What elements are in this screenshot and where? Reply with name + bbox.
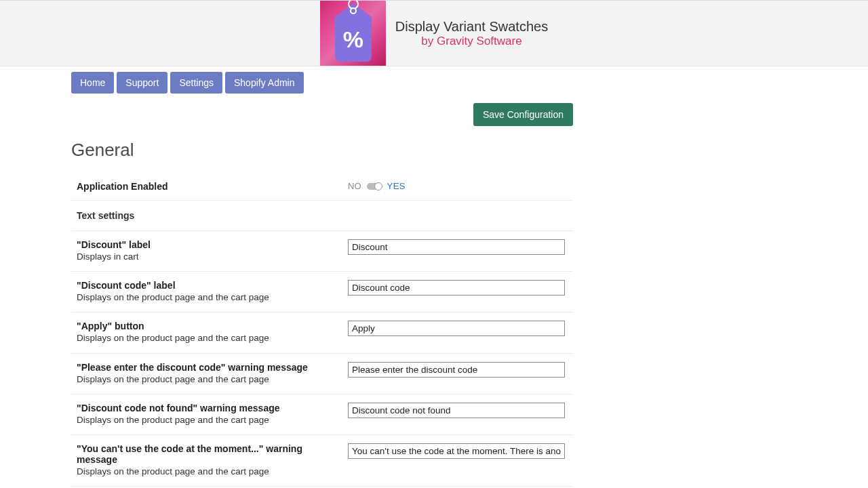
field-title: "Please enter the discount code" warning… [77, 362, 334, 373]
field-input[interactable] [348, 239, 565, 255]
percent-icon: % [335, 17, 372, 62]
field-title: "Discount code" label [77, 280, 334, 291]
field-description: Displays on the product page and the car… [77, 373, 334, 386]
field-title: "Apply" button [77, 321, 334, 331]
app-byline: by Gravity Software [395, 35, 548, 48]
text-setting-row: "Discount code not found" warning messag… [71, 394, 573, 435]
field-title: "Discount code not found" warning messag… [77, 403, 334, 413]
app-logo: % [320, 1, 386, 66]
field-description: Displays on the product page and the car… [77, 414, 334, 426]
nav-support-button[interactable]: Support [117, 72, 167, 94]
app-title: Display Variant Swatches [395, 19, 548, 35]
app-header: % Display Variant Swatches by Gravity So… [0, 0, 868, 66]
application-enabled-row: Application Enabled NO YES [71, 173, 573, 201]
navbar: Home Support Settings Shopify Admin [71, 66, 573, 99]
tag-hole-icon [350, 7, 357, 14]
toggle-yes-label: YES [387, 181, 406, 191]
text-setting-row: "Discount code" labelDisplays on the pro… [71, 272, 573, 312]
text-setting-row: "You can't use the code at the moment...… [71, 435, 573, 487]
text-setting-row: "Discount" labelDisplays in cart [71, 231, 573, 272]
save-configuration-button[interactable]: Save Configuration [473, 103, 573, 126]
text-setting-row: "Apply" buttonDisplays on the product pa… [71, 312, 573, 353]
field-title: "You can't use the code at the moment...… [77, 443, 334, 465]
field-title: "Discount" label [77, 239, 334, 250]
text-settings-header: Text settings [77, 210, 573, 221]
field-input[interactable] [348, 280, 565, 296]
text-setting-row: "Please enter the discount code" warning… [71, 354, 573, 394]
application-enabled-label: Application Enabled [77, 181, 334, 192]
field-input[interactable] [348, 403, 565, 418]
field-description: Displays on the product page and the car… [77, 466, 334, 478]
nav-home-button[interactable]: Home [71, 72, 114, 94]
field-input[interactable] [348, 321, 565, 336]
field-input[interactable] [348, 362, 565, 378]
section-title: General [71, 140, 573, 161]
text-settings-header-row: Text settings [71, 201, 573, 231]
field-input[interactable] [348, 443, 565, 459]
field-description: Displays on the product page and the car… [77, 291, 334, 304]
nav-settings-button[interactable]: Settings [170, 72, 222, 94]
toggle-no-label: NO [348, 181, 361, 191]
app-enabled-toggle[interactable] [367, 183, 382, 190]
field-description: Displays on the product page and the car… [77, 332, 334, 344]
field-description: Displays in cart [77, 251, 334, 263]
nav-shopify-admin-button[interactable]: Shopify Admin [225, 72, 304, 94]
toggle-knob-icon [374, 182, 382, 190]
